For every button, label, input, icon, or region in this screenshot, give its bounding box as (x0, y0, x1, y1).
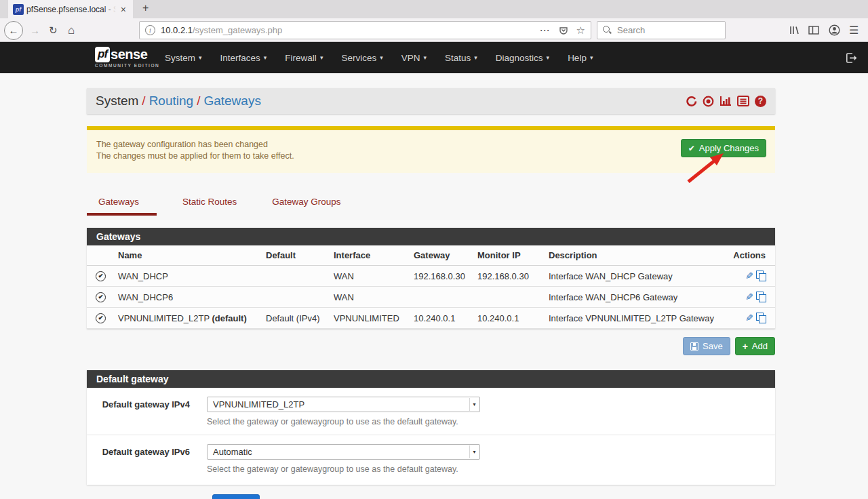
apply-changes-button[interactable]: ✔ Apply Changes (681, 139, 766, 157)
edit-icon[interactable]: ✎ (745, 313, 753, 323)
browser-toolbar: ← → ↻ ⌂ i 10.0.2.1/system_gateways.php ·… (0, 18, 868, 42)
default-gateway-ipv4-label: Default gateway IPv4 (87, 397, 190, 435)
url-host: 10.0.2.1 (161, 25, 193, 35)
default-gateway-ipv6-select[interactable]: Automatic ▾ (207, 444, 480, 460)
tab-gateway-groups[interactable]: Gateway Groups (262, 191, 350, 216)
breadcrumb-system: System (96, 94, 138, 108)
edit-icon[interactable]: ✎ (745, 271, 753, 281)
col-monitor-ip: Monitor IP (472, 245, 543, 266)
url-bar[interactable]: i 10.0.2.1/system_gateways.php ··· ☆ (139, 21, 591, 39)
tab-strip: Gateways Static Routes Gateway Groups (87, 191, 775, 216)
status-dot-circle-icon[interactable] (703, 96, 714, 107)
apply-changes-alert: The gateway configuration has been chang… (87, 126, 775, 173)
col-name: Name (113, 245, 260, 266)
breadcrumb: System/Routing/Gateways ? (87, 88, 775, 114)
menu-firewall[interactable]: Firewall▾ (285, 53, 323, 63)
menu-status[interactable]: Status▾ (445, 53, 477, 63)
pfsense-logo[interactable]: pf sense COMMUNITY EDITION (95, 47, 159, 68)
select-arrow-icon: ▾ (469, 445, 479, 458)
breadcrumb-routing-link[interactable]: Routing (149, 94, 194, 108)
tab-gateways[interactable]: Gateways (87, 191, 157, 216)
gateway-enabled-icon: ✔ (96, 292, 106, 302)
gateway-default (260, 287, 328, 308)
copy-icon[interactable] (756, 313, 766, 323)
gateway-monitor-ip: 192.168.0.30 (472, 266, 543, 287)
monitor-chart-icon[interactable] (719, 96, 732, 106)
default-gateway-panel-title: Default gateway (87, 370, 775, 388)
tab-title: pfSense.pfsense.local - S (26, 5, 116, 14)
pocket-icon[interactable] (559, 26, 568, 35)
page-actions-icon[interactable]: ··· (540, 26, 551, 35)
chevron-down-icon: ▾ (547, 54, 550, 61)
alert-line-2: The changes must be applied for them to … (96, 151, 766, 162)
col-description: Description (543, 245, 728, 266)
edit-icon[interactable]: ✎ (745, 292, 753, 302)
reload-button[interactable]: ↻ (49, 18, 58, 42)
menu-system[interactable]: System▾ (165, 53, 202, 63)
menu-vpn[interactable]: VPN▾ (401, 53, 427, 63)
table-row: ✔ WAN_DHCP6 WAN Interface WAN_DHCP6 Gate… (87, 287, 775, 308)
library-icon[interactable] (789, 18, 800, 42)
gateways-table: Name Default Interface Gateway Monitor I… (87, 245, 775, 329)
new-tab-button[interactable]: + (137, 2, 154, 14)
tab-static-routes[interactable]: Static Routes (173, 191, 246, 216)
refresh-icon[interactable] (686, 96, 697, 107)
pfsense-favicon-icon: pf (13, 4, 24, 15)
menu-interfaces[interactable]: Interfaces▾ (220, 53, 267, 63)
menu-help[interactable]: Help▾ (568, 53, 593, 63)
check-icon: ✔ (688, 144, 695, 153)
chevron-down-icon: ▾ (590, 54, 593, 61)
gateway-enabled-icon: ✔ (96, 313, 106, 323)
site-info-icon[interactable]: i (145, 25, 155, 35)
save-default-gateway-button[interactable]: Save (212, 494, 260, 499)
back-icon: ← (9, 24, 19, 36)
copy-icon[interactable] (756, 271, 766, 281)
col-interface: Interface (328, 245, 408, 266)
sidebar-toggle-icon[interactable] (808, 18, 819, 42)
search-bar[interactable] (597, 21, 726, 39)
breadcrumb-gateways-link[interactable]: Gateways (203, 94, 260, 108)
menu-hamburger-icon[interactable]: ☰ (849, 18, 859, 42)
gateway-enabled-icon: ✔ (96, 271, 106, 281)
add-gateway-button[interactable]: + Add (735, 337, 775, 355)
logo-edition-text: COMMUNITY EDITION (95, 63, 159, 68)
select-arrow-icon: ▾ (469, 398, 479, 411)
plus-icon: + (743, 342, 748, 351)
back-button[interactable]: ← (4, 18, 23, 42)
default-gateway-ipv4-select[interactable]: VPNUNLIMITED_L2TP ▾ (207, 397, 480, 412)
browser-tab-bar: pf pfSense.pfsense.local - S × + (0, 0, 868, 18)
gateway-name: WAN_DHCP (118, 271, 168, 281)
ipv4-help-text: Select the gateway or gatewaygroup to us… (207, 412, 480, 435)
pfsense-navbar: pf sense COMMUNITY EDITION System▾ Inter… (0, 42, 868, 73)
forward-button[interactable]: → (30, 18, 40, 42)
search-input[interactable] (617, 25, 705, 35)
menu-services[interactable]: Services▾ (341, 53, 382, 63)
menu-diagnostics[interactable]: Diagnostics▾ (496, 53, 549, 63)
col-gateway: Gateway (408, 245, 472, 266)
gateway-monitor-ip (472, 287, 543, 308)
logout-icon[interactable] (846, 53, 857, 66)
account-icon[interactable] (829, 18, 840, 42)
gateway-description: Interface VPNUNLIMITED_L2TP Gateway (543, 308, 728, 329)
gateways-panel-title: Gateways (87, 228, 775, 245)
browser-tab[interactable]: pf pfSense.pfsense.local - S × (8, 0, 133, 18)
close-tab-icon[interactable]: × (119, 4, 128, 15)
save-gateways-button[interactable]: Save (683, 337, 730, 355)
log-list-icon[interactable] (737, 96, 749, 106)
table-row: ✔ VPNUNLIMITED_L2TP (default) Default (I… (87, 308, 775, 329)
gateway-address (408, 287, 472, 308)
chevron-down-icon: ▾ (199, 54, 202, 61)
bookmark-star-icon[interactable]: ☆ (576, 24, 585, 37)
search-icon (603, 26, 612, 35)
gateway-interface: WAN (328, 266, 408, 287)
col-spacer (87, 245, 113, 266)
default-gateway-ipv6-label: Default gateway IPv6 (87, 444, 190, 477)
help-icon[interactable]: ? (755, 96, 766, 107)
ipv6-help-text: Select the gateway or gatewaygroup to us… (207, 460, 480, 477)
gateway-address: 10.240.0.1 (408, 308, 472, 329)
copy-icon[interactable] (756, 292, 766, 302)
gateway-description: Interface WAN_DHCP6 Gateway (543, 287, 728, 308)
home-button[interactable]: ⌂ (68, 18, 75, 42)
chevron-down-icon: ▾ (264, 54, 267, 61)
alert-line-1: The gateway configuration has been chang… (96, 139, 766, 151)
